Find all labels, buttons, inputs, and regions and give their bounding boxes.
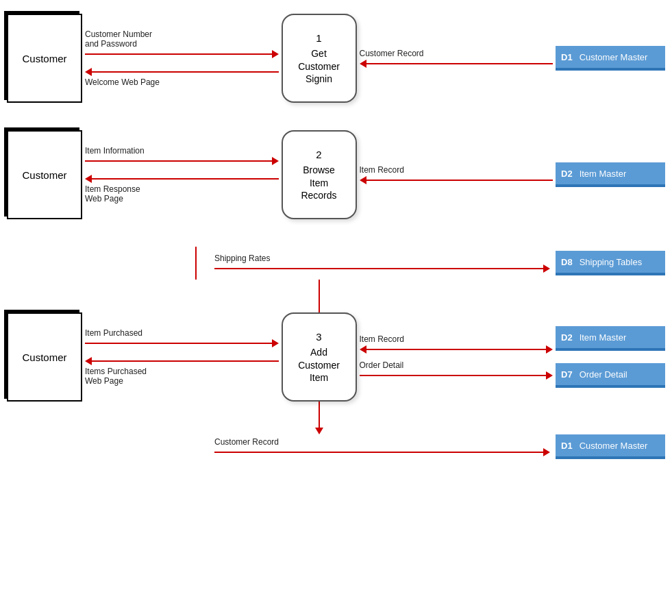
entity-customer-1: Customer [7, 14, 82, 103]
arrow-left-2c [360, 176, 553, 184]
vert-line-bottom [319, 402, 320, 428]
ds-line-D1-row3 [556, 458, 665, 459]
ds-id-D8: D8 [561, 257, 573, 267]
vert-line-up [195, 247, 197, 280]
customer-record-area: Customer Record D1 Customer Master [214, 434, 665, 459]
ds-name-D2-row3: Item Master [580, 332, 627, 343]
left-arrows-3: Item Purchased Items PurchasedWeb Page [82, 328, 282, 386]
arrow-label-1c: Customer Record [360, 49, 553, 58]
arrow-right-shipping [214, 264, 550, 273]
process-2: 2 Browse Item Records [282, 130, 357, 219]
ds-id-D1: D1 [561, 52, 573, 62]
data-store-D2-row2: D2 Item Master [556, 162, 665, 187]
data-store-D8: D8 Shipping Tables [556, 251, 665, 275]
process-1: 1 Get Customer Signin [282, 14, 357, 103]
right-stores-3: D2 Item Master D7 Order Detail [556, 326, 665, 388]
arrow-right-3e [214, 448, 550, 456]
arrow-label-3b: Items PurchasedWeb Page [85, 367, 279, 386]
vert-line-top [319, 280, 320, 312]
data-store-D7: D7 Order Detail [556, 363, 665, 388]
arrow-left-1b [85, 68, 279, 76]
ds-id-D2-row3: D2 [561, 332, 573, 343]
left-arrows-2: Item Information Item ResponseWeb Page [82, 146, 282, 204]
process-num-3: 3 [316, 330, 321, 344]
arrow-label-1b: Welcome Web Page [85, 77, 279, 87]
right-arrows-3: Item Record Order Detail [357, 334, 556, 380]
ds-line-D2-row3 [556, 349, 665, 351]
arrow-label-3d: Order Detail [360, 360, 553, 370]
arrow-label-1a: Customer Numberand Password [85, 29, 279, 49]
vert-up-arrow [195, 247, 197, 280]
left-arrows-1: Customer Numberand Password Welcome Web … [82, 29, 282, 87]
ds-name-D1: Customer Master [580, 52, 648, 62]
row3-bottom: Customer Record D1 Customer Master [7, 434, 665, 459]
row3: Shipping Rates D8 Shipping Tables [7, 247, 665, 459]
data-store-D1: D1 Customer Master [556, 46, 665, 71]
arrow-label-3a: Item Purchased [85, 328, 279, 338]
arrow-label-2c: Item Record [360, 165, 553, 175]
entity-customer-2: Customer [7, 130, 82, 219]
ds-name-D1-row3: Customer Master [580, 441, 648, 451]
arrow-right-2a [85, 157, 279, 165]
process-num-1: 1 [316, 32, 321, 45]
ds-line-D8 [556, 274, 665, 275]
arrow-label-2a: Item Information [85, 146, 279, 156]
arrow-label-3e: Customer Record [214, 437, 550, 447]
ds-name-D8: Shipping Tables [580, 257, 643, 267]
process-3: 3 Add Customer Item [282, 312, 357, 402]
ds-line-D2-row2 [556, 186, 665, 187]
vert-head-down [315, 428, 323, 434]
arrow-left-3b [85, 357, 279, 365]
arrow-right-1a [85, 50, 279, 58]
ds-name-D7: Order Detail [580, 369, 627, 380]
process-label-1: Get Customer Signin [298, 47, 340, 85]
row3-middle: Customer Item Purchased [7, 280, 665, 434]
line-3c [366, 349, 547, 350]
arrow-label-3c: Item Record [360, 334, 553, 344]
ds-id-D7: D7 [561, 369, 573, 380]
ds-id-D1-row3: D1 [561, 441, 573, 451]
item-record-row: Item Record [360, 334, 553, 354]
right-head-3c [546, 345, 553, 354]
vert-up-spacer [177, 247, 214, 280]
ds-line-D7 [556, 386, 665, 388]
right-arrows-1: Customer Record [357, 49, 556, 68]
order-detail-row: Order Detail [360, 360, 553, 380]
entity-customer-3: Customer [7, 312, 82, 402]
process-3-col: 3 Add Customer Item [282, 280, 357, 434]
arrow-left-2b [85, 175, 279, 183]
data-store-D2-row3: D2 Item Master [556, 326, 665, 351]
process-label-3: Add Customer Item [298, 346, 340, 384]
row3-top: Shipping Rates D8 Shipping Tables [7, 247, 665, 280]
process-num-2: 2 [316, 148, 321, 162]
data-store-D1-row3: D1 Customer Master [556, 434, 665, 459]
ds-id-D2-row2: D2 [561, 169, 573, 179]
process-label-2: Browse Item Records [301, 164, 336, 201]
arrow-left-1c [360, 60, 553, 68]
arrow-label-2b: Item ResponseWeb Page [85, 184, 279, 204]
row2: Customer Item Information Item Response [7, 130, 665, 219]
shipping-rates-arrow-area: Shipping Rates D8 Shipping Tables [214, 251, 665, 275]
arrow-right-3a [85, 339, 279, 347]
bidir-arrow-3c [360, 345, 553, 354]
left-head-3c [360, 345, 366, 354]
row1: Customer Customer Numberand Password [7, 14, 665, 103]
arrow-right-3d [360, 371, 553, 380]
ds-line-D1 [556, 69, 665, 71]
vert-bottom-arrow [315, 402, 323, 434]
arrow-label-shipping: Shipping Rates [214, 254, 550, 263]
right-arrows-2: Item Record [357, 165, 556, 184]
ds-name-D2-row2: Item Master [580, 169, 627, 179]
